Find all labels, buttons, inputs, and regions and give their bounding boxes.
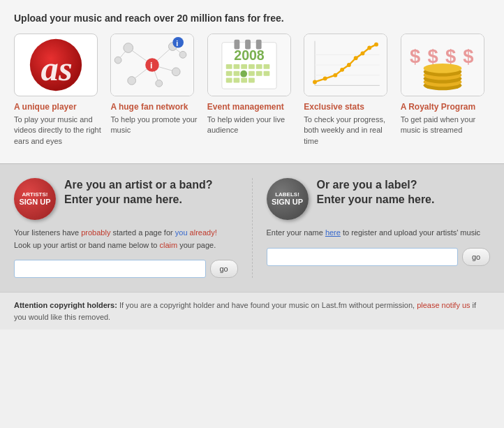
svg-text:$: $ (410, 45, 420, 67)
svg-point-56 (368, 46, 372, 50)
label-input-row: go (267, 248, 491, 266)
svg-rect-34 (233, 71, 239, 76)
feature-title-2: A huge fan network (110, 102, 200, 112)
footer-notice: Attention copyright holders: If you are … (0, 292, 504, 330)
feature-title-3: Event management (207, 102, 297, 112)
stats-image (304, 34, 387, 96)
signup-section: Artists! SIGN UP Are you an artist or a … (0, 163, 504, 292)
artist-panel-desc: Your listeners have probably started a p… (14, 227, 238, 251)
label-badge: Labels! SIGN UP (267, 178, 309, 220)
top-title: Upload your music and reach over 20 mill… (14, 13, 490, 24)
svg-rect-36 (249, 71, 255, 76)
claim-text: claim (160, 241, 178, 249)
calendar-image: 2008 (207, 34, 291, 96)
artist-panel-title: Are you an artist or a band?Enter your n… (64, 178, 212, 207)
artist-name-input[interactable] (14, 260, 206, 278)
feature-desc-3: To help widen your live audience (207, 115, 297, 136)
svg-point-54 (354, 56, 358, 60)
svg-rect-40 (233, 78, 239, 83)
svg-point-12 (124, 43, 133, 53)
copyright-notice-label: Attention copyright holders: (14, 301, 117, 309)
label-panel-header: Labels! SIGN UP Or are you a label?Enter… (267, 178, 491, 220)
svg-rect-42 (249, 78, 255, 83)
label-go-button[interactable]: go (462, 248, 490, 266)
svg-rect-28 (233, 64, 239, 69)
player-image: as (14, 34, 98, 96)
label-panel-title: Or are you a label?Enter your name here. (317, 178, 435, 207)
top-section: Upload your music and reach over 20 mill… (0, 0, 504, 163)
svg-rect-39 (226, 78, 232, 83)
svg-point-18 (180, 51, 187, 58)
svg-text:$: $ (463, 45, 473, 67)
feature-title-5: A Royalty Program (401, 102, 490, 112)
svg-rect-30 (249, 64, 255, 69)
svg-point-52 (340, 68, 344, 72)
artist-badge: Artists! SIGN UP (14, 178, 56, 220)
artist-signup-panel: Artists! SIGN UP Are you an artist or a … (14, 178, 252, 278)
svg-text:as: as (40, 49, 72, 88)
svg-rect-32 (263, 64, 269, 69)
svg-point-57 (374, 43, 378, 47)
label-name-input[interactable] (267, 248, 459, 266)
feature-event-management: 2008 (207, 34, 297, 147)
svg-rect-33 (226, 71, 232, 76)
svg-point-68 (423, 64, 461, 73)
svg-point-35 (240, 71, 247, 78)
svg-point-53 (347, 63, 351, 67)
feature-title-1: A unique player (14, 102, 103, 112)
svg-rect-38 (263, 71, 269, 76)
feature-fan-network: i i A huge fan network (110, 34, 200, 147)
svg-text:i: i (150, 60, 153, 71)
here-link[interactable]: here (325, 228, 341, 237)
probably-text: probably (81, 228, 110, 237)
svg-rect-29 (241, 64, 247, 69)
artist-panel-header: Artists! SIGN UP Are you an artist or a … (14, 178, 238, 220)
feature-desc-1: To play your music and videos directly t… (14, 115, 103, 147)
svg-point-17 (115, 57, 122, 64)
artist-input-row: go (14, 260, 238, 278)
svg-point-50 (323, 77, 327, 81)
artist-badge-top: Artists! (22, 191, 48, 198)
feature-desc-2: To help you promote your music (110, 115, 200, 136)
feature-title-4: Exclusive stats (304, 102, 393, 112)
feature-royalty-program: $ $ $ $ A Royalty Program To get paid (401, 34, 490, 147)
svg-point-16 (156, 80, 163, 87)
svg-point-14 (172, 68, 181, 76)
feature-unique-player: as A unique player To play your music an… (14, 34, 103, 147)
svg-point-15 (128, 77, 136, 85)
network-image: i i (110, 34, 194, 96)
svg-text:i: i (177, 39, 179, 47)
svg-text:2008: 2008 (234, 47, 265, 63)
svg-rect-41 (241, 78, 247, 83)
artist-badge-main: SIGN UP (19, 198, 50, 207)
label-panel-desc: Enter your name here to register and upl… (267, 227, 491, 239)
you-text: you (175, 228, 188, 237)
feature-exclusive-stats: Exclusive stats To check your progress, … (304, 34, 393, 147)
svg-rect-27 (226, 64, 232, 69)
label-badge-main: SIGN UP (272, 198, 303, 207)
feature-desc-5: To get paid when your music is streamed (401, 115, 490, 136)
svg-point-51 (334, 73, 338, 78)
features-grid: as A unique player To play your music an… (14, 34, 490, 147)
label-signup-panel: Labels! SIGN UP Or are you a label?Enter… (252, 178, 491, 278)
svg-point-49 (313, 80, 317, 84)
label-badge-top: Labels! (275, 191, 299, 198)
page-wrapper: Upload your music and reach over 20 mill… (0, 0, 504, 428)
notify-us-link[interactable]: please notify us (417, 301, 470, 309)
artist-go-button[interactable]: go (210, 260, 238, 278)
svg-rect-31 (256, 64, 262, 69)
svg-rect-37 (256, 71, 262, 76)
feature-desc-4: To check your progress, both weekly and … (304, 115, 393, 147)
already-text: already! (190, 228, 217, 237)
svg-point-55 (361, 51, 365, 55)
royalty-image: $ $ $ $ (401, 34, 484, 96)
